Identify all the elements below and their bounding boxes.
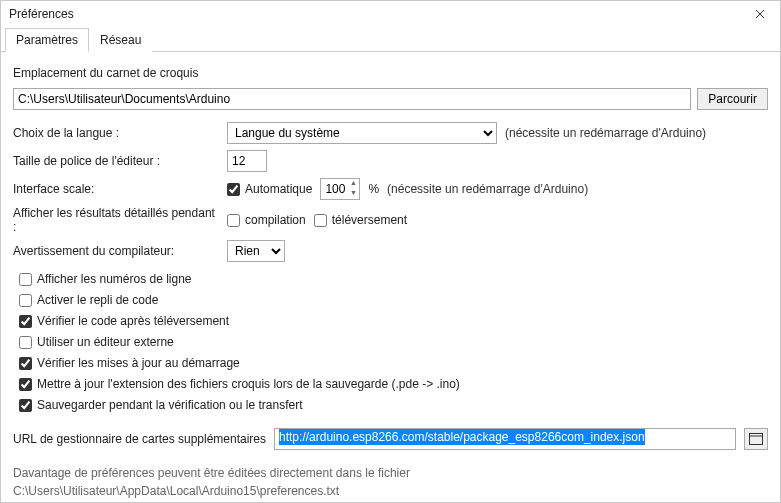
tab-network[interactable]: Réseau — [89, 28, 152, 52]
preferences-body: Emplacement du carnet de croquis Parcour… — [1, 52, 780, 503]
fontsize-input[interactable] — [227, 150, 267, 172]
upload-check-input[interactable] — [314, 214, 327, 227]
tab-strip: Paramètres Réseau — [1, 27, 780, 52]
sketchbook-path-input[interactable] — [13, 88, 691, 110]
footer-line2: C:\Users\Utilisateur\AppData\Local\Ardui… — [13, 484, 768, 498]
footer-note: Davantage de préférences peuvent être éd… — [13, 466, 768, 503]
window-title: Préférences — [9, 7, 74, 21]
compile-check-label: compilation — [245, 213, 306, 227]
auto-scale-check-label: Automatique — [245, 182, 312, 196]
boards-url-edit-button[interactable] — [744, 428, 768, 450]
footer-line1: Davantage de préférences peuvent être éd… — [13, 466, 768, 480]
svg-rect-0 — [750, 434, 763, 445]
auto-scale-check-input[interactable] — [227, 183, 240, 196]
upload-check-label: téléversement — [332, 213, 407, 227]
language-select[interactable]: Langue du système — [227, 122, 497, 144]
compile-checkbox[interactable]: compilation — [227, 213, 306, 227]
updateext-checkbox[interactable]: Mettre à jour l'extension des fichiers c… — [19, 377, 768, 391]
language-hint: (nécessite un redémarrage d'Arduino) — [505, 126, 706, 140]
warnings-label: Avertissement du compilateur: — [13, 244, 219, 258]
verify-checkbox[interactable]: Vérifier le code après téléversement — [19, 314, 768, 328]
extedit-checkbox[interactable]: Utiliser un éditeur externe — [19, 335, 768, 349]
codefold-checkbox[interactable]: Activer le repli de code — [19, 293, 768, 307]
sketchbook-label: Emplacement du carnet de croquis — [13, 66, 768, 80]
scale-percent: % — [368, 182, 379, 196]
linenum-checkbox[interactable]: Afficher les numéros de ligne — [19, 272, 768, 286]
compile-check-input[interactable] — [227, 214, 240, 227]
checkup-checkbox[interactable]: Vérifier les mises à jour au démarrage — [19, 356, 768, 370]
boards-url-value: http://arduino.esp8266.com/stable/packag… — [279, 429, 645, 445]
titlebar: Préférences — [1, 1, 780, 27]
scale-spinner-arrows[interactable]: ▲▼ — [347, 179, 359, 199]
chevron-down-icon: ▼ — [347, 189, 359, 199]
language-label: Choix de la langue : — [13, 126, 219, 140]
close-button[interactable] — [740, 1, 780, 27]
boards-url-label: URL de gestionnaire de cartes supplément… — [13, 432, 266, 446]
chevron-up-icon: ▲ — [347, 179, 359, 189]
preferences-window: Préférences Paramètres Réseau Emplacemen… — [0, 0, 781, 503]
interface-scale-label: Interface scale: — [13, 182, 219, 196]
warnings-select[interactable]: Rien — [227, 240, 285, 262]
auto-scale-checkbox[interactable]: Automatique — [227, 182, 312, 196]
savebuild-checkbox[interactable]: Sauvegarder pendant la vérification ou l… — [19, 398, 768, 412]
fontsize-label: Taille de police de l'éditeur : — [13, 154, 219, 168]
close-icon — [755, 9, 765, 19]
tab-settings[interactable]: Paramètres — [5, 28, 89, 52]
verbose-label: Afficher les résultats détaillés pendant… — [13, 206, 219, 234]
window-icon — [749, 433, 763, 445]
boards-url-input[interactable]: http://arduino.esp8266.com/stable/packag… — [274, 428, 736, 450]
scale-spinner[interactable]: ▲▼ — [320, 178, 360, 200]
browse-button[interactable]: Parcourir — [697, 88, 768, 110]
upload-checkbox[interactable]: téléversement — [314, 213, 407, 227]
scale-hint: (nécessite un redémarrage d'Arduino) — [387, 182, 588, 196]
